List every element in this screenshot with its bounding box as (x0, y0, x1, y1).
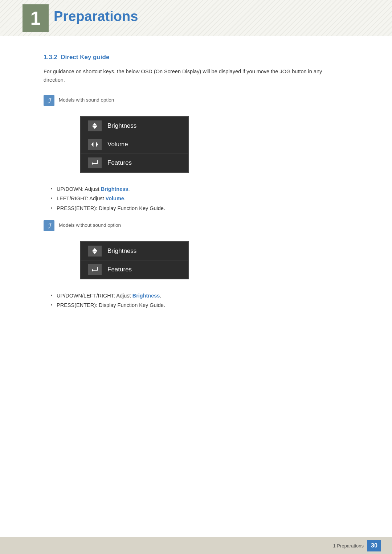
osd-row-features: Features (81, 154, 188, 172)
bullet-leftright-volume: LEFT/RIGHT: Adjust Volume. (51, 194, 348, 203)
bullets-without-sound: UP/DOWN/LEFT/RIGHT: Adjust Brightness. P… (51, 291, 348, 310)
note-without-sound-label: Models without sound option (59, 220, 121, 229)
osd-icon-updown (88, 120, 102, 131)
osd-with-sound-box: Brightness Volume Featu (80, 116, 189, 173)
bullets-with-sound: UP/DOWN: Adjust Brightness. LEFT/RIGHT: … (51, 184, 348, 213)
bullet-all-directions: UP/DOWN/LEFT/RIGHT: Adjust Brightness. (51, 291, 348, 300)
bullet-press-enter-1: PRESS(ENTER): Display Function Key Guide… (51, 204, 348, 213)
intro-text: For guidance on shortcut keys, the below… (44, 67, 341, 84)
osd-row-brightness-2: Brightness (81, 242, 188, 260)
footer-page-number: 30 (367, 540, 381, 551)
osd-label-features: Features (107, 159, 132, 167)
osd-without-sound-box: Brightness Features (80, 241, 189, 279)
note-without-sound: ℐ Models without sound option (44, 220, 348, 231)
svg-marker-3 (93, 126, 97, 129)
osd-icon-enter (88, 157, 102, 168)
main-content: 1.3.2 Direct Key guide For guidance on s… (0, 36, 392, 346)
note-icon-2: ℐ (44, 220, 54, 231)
chapter-number-block: 1 (23, 4, 49, 32)
osd-without-sound-container: Brightness Features (80, 241, 189, 279)
section-heading: 1.3.2 Direct Key guide (44, 54, 348, 61)
note-icon: ℐ (44, 95, 54, 106)
svg-marker-4 (91, 142, 94, 147)
osd-row-brightness: Brightness (81, 117, 188, 135)
osd-icon-updown-2 (88, 246, 102, 257)
page-title: Preparations (54, 9, 138, 24)
osd-label-brightness-2: Brightness (107, 247, 136, 255)
note-with-sound-label: Models with sound option (59, 95, 114, 104)
bullet-updown-brightness: UP/DOWN: Adjust Brightness. (51, 184, 348, 194)
osd-icon-leftright (88, 139, 102, 150)
osd-label-brightness: Brightness (107, 122, 136, 130)
osd-with-sound-container: Brightness Volume Featu (80, 116, 189, 173)
svg-marker-9 (93, 251, 97, 254)
osd-label-volume: Volume (107, 141, 128, 148)
osd-icon-enter-2 (88, 264, 102, 275)
chapter-number: 1 (30, 9, 41, 28)
footer: 1 Preparations 30 (0, 537, 392, 554)
svg-marker-2 (93, 123, 97, 126)
osd-label-features-2: Features (107, 266, 132, 273)
bullet-press-enter-2: PRESS(ENTER): Display Function Key Guide… (51, 300, 348, 310)
osd-row-features-2: Features (81, 260, 188, 279)
header-banner: 1 Preparations (0, 0, 392, 36)
svg-marker-8 (93, 248, 97, 250)
note-with-sound: ℐ Models with sound option (44, 95, 348, 106)
svg-marker-5 (96, 142, 98, 147)
footer-text: 1 Preparations (333, 543, 364, 549)
osd-row-volume: Volume (81, 135, 188, 154)
